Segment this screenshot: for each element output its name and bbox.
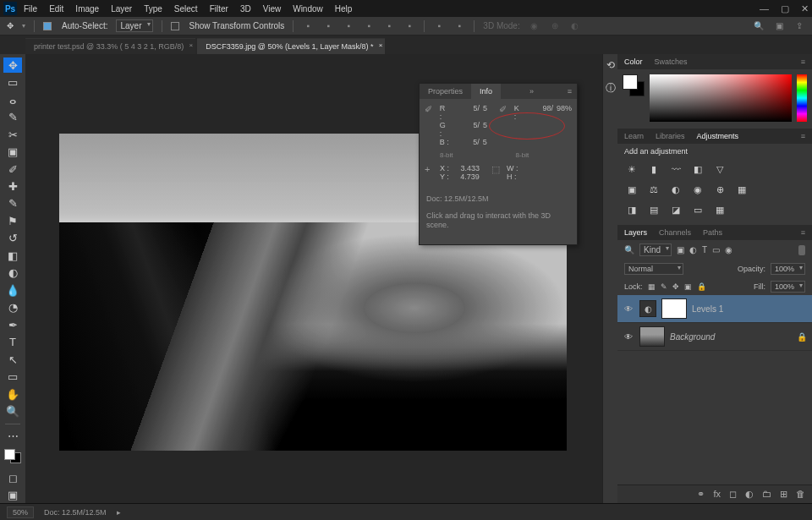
- filter-type-icon[interactable]: T: [702, 245, 707, 255]
- align-right-icon[interactable]: ▪: [343, 20, 354, 32]
- layer-name[interactable]: Levels 1: [692, 304, 723, 314]
- status-arrow-icon[interactable]: ▸: [117, 508, 121, 517]
- hue-slider[interactable]: [797, 74, 807, 122]
- color-tab[interactable]: Color: [624, 57, 643, 66]
- bw-icon[interactable]: ◐: [668, 183, 683, 196]
- lock-position-icon[interactable]: ✥: [672, 282, 679, 291]
- share-icon[interactable]: ⇪: [793, 20, 805, 32]
- align-left-icon[interactable]: ▪: [302, 20, 314, 32]
- channels-tab[interactable]: Channels: [659, 228, 691, 237]
- posterize-icon[interactable]: ▤: [646, 203, 661, 216]
- distribute-h-icon[interactable]: ▪: [433, 20, 445, 32]
- panel-fgbg-color[interactable]: [623, 74, 645, 96]
- foreground-background-color[interactable]: [4, 449, 21, 463]
- color-lookup-icon[interactable]: ▦: [734, 183, 749, 196]
- info-icon[interactable]: ⓘ: [606, 81, 616, 96]
- link-layers-icon[interactable]: ⚭: [697, 489, 705, 500]
- eraser-tool[interactable]: ◧: [3, 248, 22, 263]
- vibrance-icon[interactable]: ▽: [712, 162, 727, 176]
- minimize-icon[interactable]: —: [760, 3, 769, 14]
- layers-tab[interactable]: Layers: [624, 228, 647, 237]
- hue-sat-icon[interactable]: ▣: [624, 183, 639, 196]
- auto-select-dropdown[interactable]: Layer: [116, 19, 152, 32]
- adjustment-thumb[interactable]: ◐: [639, 300, 656, 317]
- blur-tool[interactable]: 💧: [3, 282, 22, 298]
- gradient-tool[interactable]: ◐: [3, 265, 22, 281]
- edit-toolbar[interactable]: ⋯: [3, 429, 22, 444]
- marquee-tool[interactable]: ▭: [3, 74, 22, 90]
- visibility-icon[interactable]: 👁: [623, 332, 634, 342]
- menu-edit[interactable]: Edit: [49, 4, 63, 14]
- panel-collapse-icon[interactable]: »: [524, 84, 539, 99]
- dodge-tool[interactable]: ◔: [3, 300, 22, 315]
- hand-tool[interactable]: ✋: [3, 386, 22, 402]
- stamp-tool[interactable]: ⚑: [3, 213, 22, 228]
- fill-field[interactable]: 100%: [771, 281, 805, 293]
- threshold-icon[interactable]: ◪: [668, 203, 683, 216]
- align-center-h-icon[interactable]: ▪: [322, 20, 334, 32]
- menu-filter[interactable]: Filter: [210, 4, 228, 14]
- path-tool[interactable]: ↖: [3, 352, 22, 367]
- layer-mask-icon[interactable]: ◻: [729, 489, 737, 500]
- new-layer-icon[interactable]: ⊞: [780, 489, 787, 500]
- exposure-icon[interactable]: ◧: [690, 162, 705, 176]
- visibility-icon[interactable]: 👁: [623, 304, 634, 314]
- lock-all-icon[interactable]: 🔒: [697, 282, 706, 291]
- panel-menu-icon[interactable]: ≡: [562, 84, 577, 99]
- color-balance-icon[interactable]: ⚖: [646, 183, 661, 196]
- pen-tool[interactable]: ✒: [3, 317, 22, 332]
- filter-adj-icon[interactable]: ◐: [689, 245, 697, 255]
- search-icon[interactable]: 🔍: [753, 20, 765, 32]
- quick-select-tool[interactable]: ✎: [3, 109, 22, 124]
- delete-layer-icon[interactable]: 🗑: [796, 489, 805, 500]
- invert-icon[interactable]: ◨: [624, 203, 639, 216]
- close-icon[interactable]: ✕: [801, 3, 809, 14]
- info-tab[interactable]: Info: [471, 84, 501, 99]
- filter-toggle[interactable]: [798, 245, 805, 255]
- menu-select[interactable]: Select: [174, 4, 198, 14]
- frame-tool[interactable]: ▣: [3, 144, 22, 159]
- align-bottom-icon[interactable]: ▪: [403, 20, 415, 32]
- distribute-v-icon[interactable]: ▪: [453, 20, 465, 32]
- menu-image[interactable]: Image: [75, 4, 99, 14]
- quick-mask-tool[interactable]: ◻: [3, 470, 22, 485]
- layer-style-icon[interactable]: fx: [713, 489, 721, 500]
- libraries-tab[interactable]: Libraries: [656, 132, 685, 140]
- lock-pixels-icon[interactable]: ✎: [661, 282, 667, 291]
- document-tab[interactable]: DSCF3359.jpg @ 50% (Levels 1, Layer Mask…: [197, 38, 385, 54]
- panel-menu-icon[interactable]: ≡: [801, 132, 805, 140]
- status-doc-size[interactable]: Doc: 12.5M/12.5M: [44, 508, 107, 517]
- filter-shape-icon[interactable]: ▭: [712, 245, 720, 255]
- gradient-map-icon[interactable]: ▭: [690, 203, 705, 216]
- move-tool[interactable]: ✥: [3, 57, 22, 73]
- levels-icon[interactable]: ▮: [646, 162, 661, 176]
- lock-artboard-icon[interactable]: ▣: [684, 282, 692, 291]
- tab-close-icon[interactable]: ×: [379, 41, 383, 49]
- auto-select-checkbox[interactable]: [43, 22, 52, 30]
- healing-tool[interactable]: ✚: [3, 178, 22, 194]
- lock-transparency-icon[interactable]: ▦: [648, 282, 656, 291]
- selective-color-icon[interactable]: ▦: [712, 203, 727, 216]
- screen-mode-tool[interactable]: ▣: [3, 487, 22, 502]
- curves-icon[interactable]: 〰: [668, 162, 683, 176]
- canvas-area[interactable]: Properties Info » ≡ ✐ R :5/5 G :5/5 B :5…: [25, 54, 602, 503]
- menu-type[interactable]: Type: [144, 4, 162, 14]
- paths-tab[interactable]: Paths: [703, 228, 722, 237]
- tab-close-icon[interactable]: ×: [189, 41, 194, 49]
- opacity-field[interactable]: 100%: [771, 263, 805, 275]
- layer-row[interactable]: 👁 Background 🔒: [617, 323, 812, 351]
- blend-mode-dropdown[interactable]: Normal: [624, 263, 683, 275]
- maximize-icon[interactable]: ▢: [781, 3, 789, 14]
- menu-layer[interactable]: Layer: [111, 4, 132, 14]
- menu-window[interactable]: Window: [293, 4, 323, 14]
- channel-mixer-icon[interactable]: ⊕: [712, 183, 727, 196]
- new-adjustment-icon[interactable]: ◐: [745, 489, 754, 500]
- photo-filter-icon[interactable]: ◉: [690, 183, 705, 196]
- menu-help[interactable]: Help: [335, 4, 353, 14]
- document-tab[interactable]: printer test.psd @ 33.3% ( 5 4 3 2 1, RG…: [25, 38, 195, 54]
- align-center-v-icon[interactable]: ▪: [383, 20, 395, 32]
- show-transform-checkbox[interactable]: [171, 22, 179, 30]
- properties-tab[interactable]: Properties: [420, 84, 471, 99]
- brush-tool[interactable]: ✎: [3, 196, 22, 211]
- brightness-icon[interactable]: ☀: [624, 162, 639, 176]
